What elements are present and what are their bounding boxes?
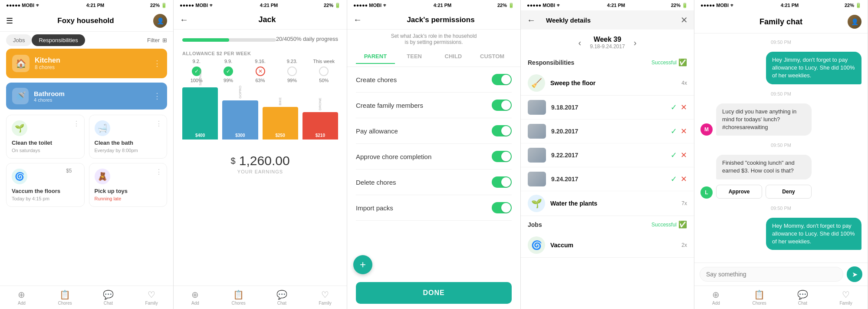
chat-avatar[interactable]: 👤 [848, 15, 861, 29]
permission-tabs: PARENT TEEN CHILD CUSTOM [347, 47, 520, 67]
menu-icon[interactable]: ☰ [6, 16, 13, 26]
add-icon-5: ⊕ [712, 289, 720, 300]
check-icon-3[interactable]: ✓ [671, 150, 677, 160]
screen-3: ●●●●● MOBI ᯤ 4:21 PM 22% 🔋 ← Jack's perm… [347, 0, 521, 309]
nav-add-2[interactable]: ⊕ Add [174, 286, 217, 309]
perm-label-create-family: Create family members [356, 102, 492, 109]
perm-approve-chore: Approve chore completion [356, 144, 512, 169]
week-dates: 9.18-9.24.2017 [590, 43, 625, 50]
nav-chores[interactable]: 📋 Chores [43, 286, 87, 309]
sweep-date-label-2: 9.20.2017 [551, 128, 665, 135]
chat-input[interactable] [700, 267, 843, 282]
filter-section: Filter ⊞ [147, 37, 167, 43]
vaccum-icon: 🌀 [528, 236, 545, 254]
approve-button[interactable]: Approve [716, 185, 762, 199]
bar-val-drone: $210 [316, 133, 325, 138]
prev-week[interactable]: ‹ [578, 38, 581, 48]
check-icon-2[interactable]: ✓ [671, 126, 677, 136]
back-button-4[interactable]: ← [527, 15, 536, 25]
nav-chores-2[interactable]: 📋 Chores [217, 286, 260, 309]
filter-label[interactable]: Filter [147, 37, 160, 43]
progress-bar-bg [182, 38, 276, 42]
nav-family-5[interactable]: ♡ Family [824, 286, 868, 309]
check-icon-1[interactable]: ✓ [671, 103, 677, 112]
filter-icon[interactable]: ⊞ [162, 37, 167, 43]
msg-row-2: M Lucy did you have anything in mind for… [700, 103, 861, 136]
kitchen-dots[interactable]: ⋮ [153, 59, 161, 68]
water-icon: 🌱 [528, 195, 545, 212]
chore-dots-bath[interactable]: ⋮ [155, 120, 162, 128]
tab-jobs[interactable]: Jobs [6, 34, 32, 46]
check-icon-4[interactable]: ✓ [671, 174, 677, 184]
next-week[interactable]: › [634, 38, 637, 48]
chore-clean-bath[interactable]: ⋮ 🛁 Clean the bath Everyday by 8:00pm [89, 115, 168, 159]
x-icon-4[interactable]: ✕ [681, 174, 687, 184]
permissions-title: Jack's permissions [367, 16, 514, 24]
toggle-approve-chore[interactable] [492, 151, 512, 162]
chore-icon-pickup: 🧸 [95, 169, 110, 184]
tab-responsibilities[interactable]: Responsibilities [32, 34, 85, 46]
chore-clean-toilet[interactable]: ⋮ 🌱 Clean the toilet On saturdays [6, 115, 85, 159]
tab-teen[interactable]: TEEN [395, 50, 434, 64]
sweep-thumb-3 [528, 148, 546, 163]
carrier-4: ●●●●● MOBI ᯤ [527, 3, 561, 8]
chore-vaccum[interactable]: $5 🌀 Vaccum the floors Today by 4:15 pm [6, 163, 85, 207]
tab-custom[interactable]: CUSTOM [473, 50, 512, 64]
nav-chat-2[interactable]: 💬 Chat [260, 286, 304, 309]
jobs-section-header: Jobs Successful ✅ [521, 216, 694, 233]
toggle-pay-allowance[interactable] [492, 125, 512, 136]
toggle-create-family[interactable] [492, 100, 512, 111]
nav-add-5[interactable]: ⊕ Add [694, 286, 738, 309]
vaccum-item-header: 🌀 Vaccum 2x [521, 233, 694, 258]
send-button[interactable]: ➤ [847, 266, 862, 282]
toggle-delete-chores[interactable] [492, 176, 512, 188]
progress-count: 20/40 [276, 36, 290, 42]
perm-create-family: Create family members [356, 93, 512, 118]
x-icon-2[interactable]: ✕ [681, 126, 687, 136]
back-button-2[interactable]: ← [180, 15, 188, 25]
sweep-date-4: 9.24.2017 ✓ ✕ [521, 167, 694, 191]
chore-dots[interactable]: ⋮ [73, 120, 80, 128]
bubble-1: Hey Jimmy, don't forget to pay allowance… [766, 52, 861, 84]
nav-chat-label-2: Chat [277, 301, 286, 306]
screen-5: ●●●●● MOBI ᯤ 4:21 PM 22% 🔋 ← Family chat… [694, 0, 868, 309]
back-button-3[interactable]: ← [353, 15, 362, 25]
bathroom-card[interactable]: 🚿 Bathroom 4 chores ⋮ [6, 83, 167, 110]
avatar[interactable]: 👤 [153, 14, 167, 28]
chore-name-vaccum: Vaccum the floors [12, 188, 79, 194]
resp-section-header: Responsibilities Successful ✅ [521, 54, 694, 71]
bathroom-dots[interactable]: ⋮ [153, 91, 161, 101]
nav-family[interactable]: ♡ Family [130, 286, 173, 309]
chore-icon-toilet: 🌱 [12, 120, 27, 136]
chat-input-row: ➤ [694, 262, 868, 286]
fab-add[interactable]: + [353, 255, 372, 274]
perm-create-chores: Create chores [356, 67, 512, 93]
tab-parent[interactable]: PARENT [356, 50, 395, 64]
nav-chat[interactable]: 💬 Chat [87, 286, 130, 309]
chore-dots-pickup[interactable]: ⋮ [155, 168, 162, 176]
nav-chat-5[interactable]: 💬 Chat [781, 286, 825, 309]
sweep-date-2: 9.20.2017 ✓ ✕ [521, 120, 694, 143]
week-status-2: ✓ [224, 66, 233, 76]
week-col-5: This week 50% [310, 59, 338, 83]
close-icon[interactable]: ✕ [681, 15, 688, 25]
sweep-date-1: 9.18.2017 ✓ ✕ [521, 96, 694, 120]
toggle-import-packs[interactable] [492, 202, 512, 213]
deny-button[interactable]: Deny [766, 185, 812, 199]
toggle-create-chores[interactable] [492, 74, 512, 85]
kitchen-card[interactable]: 🏠 Kitchen 8 chores ⋮ [6, 49, 167, 78]
tab-child[interactable]: CHILD [434, 50, 473, 64]
x-icon-1[interactable]: ✕ [681, 103, 687, 112]
chores-grid: ⋮ 🌱 Clean the toilet On saturdays ⋮ 🛁 Cl… [0, 115, 173, 207]
nav-add[interactable]: ⊕ Add [0, 286, 43, 309]
sweep-name: Sweep the floor [550, 80, 676, 86]
bottom-nav-1: ⊕ Add 📋 Chores 💬 Chat ♡ Family [0, 286, 173, 309]
nav-family-2[interactable]: ♡ Family [303, 286, 347, 309]
done-button[interactable]: DONE [356, 282, 512, 304]
chore-pickup[interactable]: ⋮ 🧸 Pick up toys Running late [89, 163, 168, 207]
x-icon-3[interactable]: ✕ [681, 150, 687, 160]
screen-4: ●●●●● MOBI ᯤ 4:21 PM 22% 🔋 ← Weekly deta… [521, 0, 694, 309]
sweep-content-2: 9.20.2017 [551, 128, 665, 135]
nav-chores-5[interactable]: 📋 Chores [738, 286, 781, 309]
family-icon-5: ♡ [842, 289, 850, 300]
